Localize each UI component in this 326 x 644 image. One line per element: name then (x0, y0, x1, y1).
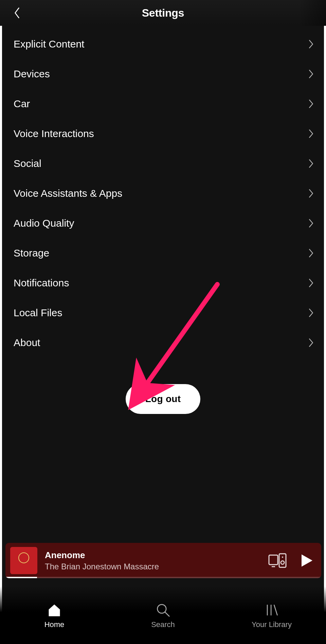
chevron-right-icon (308, 218, 314, 229)
back-button[interactable] (10, 6, 24, 20)
search-icon (156, 603, 170, 618)
settings-item-label: Social (14, 158, 41, 169)
page-title: Settings (142, 7, 184, 19)
chevron-right-icon (308, 337, 314, 348)
settings-item-storage[interactable]: Storage (0, 238, 326, 268)
settings-list: Explicit Content Devices Car Voice Inter… (0, 26, 326, 358)
settings-item-label: Voice Interactions (14, 128, 94, 139)
nav-label: Search (151, 620, 175, 629)
chevron-right-icon (308, 278, 314, 288)
chevron-right-icon (308, 69, 314, 79)
chevron-right-icon (308, 248, 314, 259)
svg-point-4 (282, 556, 283, 558)
chevron-left-icon (13, 7, 21, 19)
settings-item-label: Audio Quality (14, 217, 74, 229)
svg-line-7 (165, 612, 169, 616)
chevron-right-icon (308, 128, 314, 139)
chevron-right-icon (308, 98, 314, 109)
nav-label: Home (44, 620, 65, 629)
playback-progress[interactable] (5, 577, 321, 578)
library-icon (264, 603, 279, 618)
settings-item-label: Storage (14, 247, 49, 259)
settings-item-label: Voice Assistants & Apps (14, 188, 122, 199)
chevron-right-icon (308, 188, 314, 199)
svg-point-6 (158, 605, 166, 613)
nav-search[interactable]: Search (129, 603, 197, 629)
track-artist: The Brian Jonestown Massacre (45, 562, 268, 571)
svg-rect-0 (269, 555, 278, 565)
settings-item-label: Explicit Content (14, 38, 84, 50)
settings-item-label: Car (14, 98, 30, 110)
connect-devices-button[interactable] (268, 553, 287, 568)
chevron-right-icon (308, 307, 314, 318)
chevron-right-icon (308, 158, 314, 169)
settings-item-notifications[interactable]: Notifications (0, 268, 326, 298)
settings-item-label: Notifications (14, 277, 69, 289)
settings-item-devices[interactable]: Devices (0, 59, 326, 89)
track-info: Anenome The Brian Jonestown Massacre (45, 550, 268, 571)
settings-item-social[interactable]: Social (0, 149, 326, 178)
header: Settings (0, 0, 326, 26)
nav-library[interactable]: Your Library (238, 603, 306, 629)
settings-item-voice-interactions[interactable]: Voice Interactions (0, 119, 326, 149)
settings-item-explicit-content[interactable]: Explicit Content (0, 29, 326, 59)
nav-home[interactable]: Home (20, 603, 88, 629)
log-out-button[interactable]: Log out (126, 384, 201, 414)
page-edge (324, 0, 326, 644)
nav-label: Your Library (252, 620, 292, 629)
settings-item-voice-assistants-apps[interactable]: Voice Assistants & Apps (0, 178, 326, 208)
now-playing-bar[interactable]: Anenome The Brian Jonestown Massacre (5, 543, 321, 578)
home-icon (47, 603, 62, 618)
logout-container: Log out (0, 384, 326, 414)
devices-icon (268, 553, 287, 568)
header-shade (299, 0, 326, 26)
svg-line-10 (274, 605, 277, 615)
svg-marker-5 (302, 554, 312, 567)
playback-progress-fill (5, 577, 37, 578)
settings-item-audio-quality[interactable]: Audio Quality (0, 208, 326, 238)
album-art (10, 547, 37, 574)
page-edge (0, 0, 2, 644)
settings-item-label: About (14, 337, 40, 348)
play-icon (299, 553, 314, 568)
chevron-right-icon (308, 39, 314, 50)
settings-item-label: Local Files (14, 307, 62, 319)
bottom-nav: Home Search Your Library (0, 586, 326, 644)
track-title: Anenome (45, 550, 268, 561)
settings-item-about[interactable]: About (0, 328, 326, 358)
play-button[interactable] (299, 553, 314, 568)
settings-item-car[interactable]: Car (0, 89, 326, 119)
svg-point-3 (281, 561, 284, 564)
settings-item-local-files[interactable]: Local Files (0, 298, 326, 328)
settings-item-label: Devices (14, 68, 50, 80)
